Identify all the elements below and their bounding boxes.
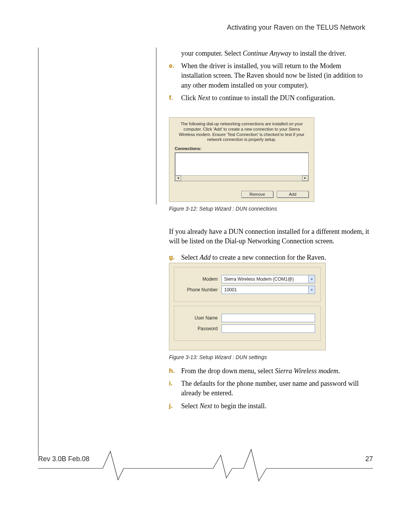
username-label: User Name — [180, 315, 218, 321]
body-column-bottom: h. From the drop down menu, select Sierr… — [169, 366, 371, 414]
page-header: Activating your Raven on the TELUS Netwo… — [227, 24, 365, 32]
scroll-left-button[interactable]: ◄ — [175, 176, 181, 181]
step-f-mark: f. — [169, 93, 181, 103]
step-g-text: Select Add to create a new connection fo… — [181, 253, 326, 262]
margin-rule-inner — [156, 48, 156, 204]
margin-rule-left — [38, 48, 38, 456]
step-j-mark: j. — [169, 401, 181, 411]
fig13-caption: Figure 3-13: Setup Wizard : DUN settings — [169, 354, 267, 360]
modem-label: Modem — [180, 276, 218, 282]
modem-group: Modem Sierra Wireless Modem (COM1@) ▾ Ph… — [174, 267, 321, 302]
fig12-description: The following dial-up networking connect… — [169, 118, 314, 145]
step-j-text: Select Next to begin the install. — [181, 401, 266, 411]
mid-paragraph-block: If you already have a DUN connection ins… — [169, 220, 371, 266]
fig-3-13-panel: Modem Sierra Wireless Modem (COM1@) ▾ Ph… — [169, 263, 326, 350]
chevron-down-icon[interactable]: ▾ — [308, 286, 315, 294]
step-e-mark: e. — [169, 61, 181, 90]
chevron-down-icon[interactable]: ▾ — [308, 275, 315, 283]
phone-combobox[interactable]: 10001 ▾ — [221, 286, 315, 294]
intro-line: your computer. Select Continue Anyway to… — [169, 49, 371, 58]
step-g-mark: g. — [169, 253, 181, 262]
add-button[interactable]: Add — [277, 191, 309, 198]
step-i: i. The defaults for the phone number, us… — [169, 379, 371, 398]
step-h-mark: h. — [169, 366, 181, 376]
phone-label: Phone Number — [180, 287, 218, 292]
step-e: e. When the driver is installed, you wil… — [169, 61, 371, 90]
intro-tail: to install the driver. — [291, 50, 346, 57]
step-h: h. From the drop down menu, select Sierr… — [169, 366, 340, 376]
password-input[interactable] — [221, 324, 315, 333]
listbox-hscroll[interactable]: ◄ ► — [175, 175, 308, 181]
password-label: Password — [180, 326, 218, 331]
step-h-text: From the drop down menu, select Sierra W… — [181, 366, 340, 376]
connections-listbox[interactable]: ◄ ► — [175, 152, 309, 181]
phone-value: 10001 — [224, 287, 237, 292]
remove-button[interactable]: Remove — [241, 191, 273, 198]
step-i-text: The defaults for the phone number, user … — [181, 379, 371, 398]
step-i-mark: i. — [169, 379, 181, 398]
body-column-top: your computer. Select Continue Anyway to… — [169, 49, 371, 106]
heartbeat-decoration — [38, 447, 373, 482]
connections-label: Connections: — [169, 145, 314, 152]
modem-select[interactable]: Sierra Wireless Modem (COM1@) ▾ — [221, 275, 315, 283]
username-input[interactable] — [221, 314, 315, 322]
fig-3-12-panel: The following dial-up networking connect… — [169, 117, 314, 202]
fig12-button-row: Remove Add — [239, 191, 309, 198]
step-j: j. Select Next to begin the install. — [169, 401, 266, 411]
modem-value: Sierra Wireless Modem (COM1@) — [224, 276, 294, 282]
step-f-text: Click Next to continue to install the DU… — [181, 93, 335, 103]
page-number: 27 — [365, 455, 373, 463]
intro-pre: your computer. Select — [181, 50, 243, 57]
step-f: f. Click Next to continue to install the… — [169, 93, 335, 103]
scroll-right-button[interactable]: ► — [302, 176, 308, 181]
page-footer: Rev 3.0B Feb.08 27 — [38, 455, 373, 482]
step-e-text: When the driver is installed, you will r… — [181, 61, 371, 90]
document-page: Activating your Raven on the TELUS Netwo… — [0, 0, 411, 532]
credentials-group: User Name Password — [174, 306, 321, 341]
mid-paragraph: If you already have a DUN connection ins… — [169, 227, 371, 246]
fig12-caption: Figure 3-12: Setup Wizard : DUN connecti… — [169, 206, 277, 212]
step-g: g. Select Add to create a new connection… — [169, 253, 326, 262]
intro-em: Continue Anyway — [243, 50, 291, 57]
